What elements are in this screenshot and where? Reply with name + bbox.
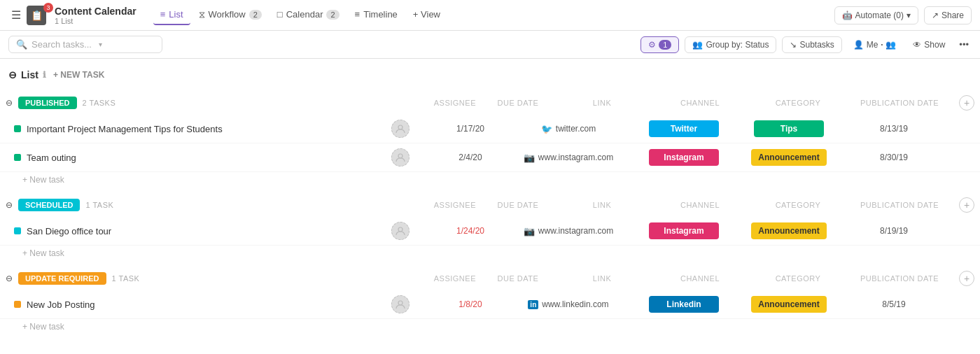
task-assignee-cell[interactable] <box>365 148 435 167</box>
me-icon: 👤 <box>853 40 864 50</box>
task-link-cell[interactable]: in www.linkedin.com <box>505 299 631 309</box>
filter-button[interactable]: ⚙ 1 <box>640 36 679 53</box>
task-status-dot <box>14 154 21 161</box>
col-category-scheduled: CATEGORY <box>756 201 840 209</box>
col-link-update-required: LINK <box>560 274 644 283</box>
col-duedate-scheduled: DUE DATE <box>490 201 546 209</box>
add-group-task-scheduled[interactable]: + <box>959 197 974 213</box>
assignee-avatar[interactable] <box>391 222 410 240</box>
task-pub-date: 8/19/19 <box>841 226 946 236</box>
new-task-link[interactable]: + New task <box>0 246 980 261</box>
group-badge-published[interactable]: PUBLISHED <box>18 97 77 109</box>
task-due-date: 1/17/20 <box>435 124 505 134</box>
calendar-icon: □ <box>277 9 283 20</box>
more-options-button[interactable]: ••• <box>956 36 972 52</box>
assignee-avatar[interactable] <box>391 148 410 167</box>
task-link-cell[interactable]: 🐦 twitter.com <box>505 124 631 134</box>
tab-calendar[interactable]: □ Calendar 2 <box>270 5 346 25</box>
group-toggle-published[interactable]: ⊖ <box>6 98 13 108</box>
svg-point-3 <box>398 301 402 305</box>
filter-count: 1 <box>659 40 671 50</box>
task-category-cell[interactable]: Announcement <box>736 222 841 239</box>
groups-container: ⊖ PUBLISHED 2 TASKS ASSIGNEE DUE DATE LI… <box>0 91 980 334</box>
task-row[interactable]: Team outing 2/4/20 📷 www.instagram.com I… <box>0 143 980 172</box>
new-task-button[interactable]: + NEW TASK <box>50 69 107 81</box>
search-box[interactable]: 🔍 Search tasks... ▾ <box>8 36 162 53</box>
task-channel-badge[interactable]: Linkedin <box>649 296 719 313</box>
instagram-icon: 📷 <box>524 226 535 236</box>
task-channel-badge[interactable]: Instagram <box>649 222 719 239</box>
groupby-icon: 👥 <box>692 40 703 50</box>
workflow-badge: 2 <box>249 10 262 20</box>
groupby-button[interactable]: 👥 Group by: Status <box>685 36 776 53</box>
task-category-cell[interactable]: Announcement <box>736 149 841 166</box>
me-button[interactable]: 👤 Me • 👥 <box>848 37 902 52</box>
col-assignee-scheduled: ASSIGNEE <box>434 201 476 209</box>
task-channel-cell[interactable]: Instagram <box>631 149 736 166</box>
col-duedate-update-required: DUE DATE <box>490 274 546 283</box>
task-category-badge[interactable]: Announcement <box>751 296 826 313</box>
group-update-required: ⊖ UPDATE REQUIRED 1 TASK ASSIGNEE DUE DA… <box>0 267 980 334</box>
automate-button[interactable]: 🤖 Automate (0) ▾ <box>834 6 918 24</box>
group-badge-scheduled[interactable]: SCHEDULED <box>18 199 80 211</box>
add-group-task-published[interactable]: + <box>959 95 974 111</box>
me-label: Me <box>867 40 878 50</box>
new-task-link[interactable]: + New task <box>0 172 980 187</box>
assignee-avatar[interactable] <box>391 120 410 138</box>
task-category-cell[interactable]: Announcement <box>736 296 841 313</box>
task-channel-badge[interactable]: Twitter <box>649 120 719 137</box>
automate-chevron: ▾ <box>906 10 911 20</box>
task-channel-badge[interactable]: Instagram <box>649 149 719 166</box>
list-toggle[interactable]: ⊖ <box>8 69 17 80</box>
share-button[interactable]: ↗ Share <box>924 6 972 24</box>
assignee-group-icon: 👥 <box>886 40 896 50</box>
task-link-cell[interactable]: 📷 www.instagram.com <box>505 226 631 236</box>
task-name: New Job Posting <box>27 299 95 310</box>
tab-timeline-label: Timeline <box>363 9 398 20</box>
group-header-published: ⊖ PUBLISHED 2 TASKS ASSIGNEE DUE DATE LI… <box>0 91 980 115</box>
search-chevron: ▾ <box>99 41 102 48</box>
task-category-badge[interactable]: Tips <box>754 120 824 137</box>
tab-list[interactable]: ≡ List <box>153 5 190 25</box>
task-channel-cell[interactable]: Instagram <box>631 222 736 239</box>
task-row[interactable]: San Diego office tour 1/24/20 📷 www.inst… <box>0 217 980 246</box>
task-name: Team outing <box>27 153 76 163</box>
tab-timeline[interactable]: ≡ Timeline <box>348 5 405 25</box>
share-icon: ↗ <box>932 10 939 20</box>
task-pub-date: 8/30/19 <box>841 153 946 162</box>
add-group-task-update-required[interactable]: + <box>959 271 974 286</box>
task-channel-cell[interactable]: Twitter <box>631 120 736 137</box>
col-channel-update-required: CHANNEL <box>658 274 742 283</box>
task-category-badge[interactable]: Announcement <box>751 149 826 166</box>
group-toggle-scheduled[interactable]: ⊖ <box>6 200 13 210</box>
group-scheduled: ⊖ SCHEDULED 1 TASK ASSIGNEE DUE DATE LIN… <box>0 193 980 261</box>
task-row[interactable]: Important Project Management Tips for St… <box>0 115 980 143</box>
twitter-icon: 🐦 <box>541 124 552 134</box>
new-task-link[interactable]: + New task <box>0 319 980 334</box>
task-assignee-cell[interactable] <box>365 222 435 240</box>
group-toggle-update-required[interactable]: ⊖ <box>6 274 13 283</box>
svg-point-1 <box>398 154 402 158</box>
hamburger-menu[interactable]: ☰ <box>8 6 24 24</box>
filter-icon: ⚙ <box>648 40 656 50</box>
task-name-cell: Important Project Management Tips for St… <box>14 124 365 134</box>
tab-view[interactable]: + View <box>406 5 447 25</box>
task-category-cell[interactable]: Tips <box>736 120 841 137</box>
task-assignee-cell[interactable] <box>365 120 435 138</box>
assignee-avatar[interactable] <box>391 295 410 313</box>
subtasks-button[interactable]: ↘ Subtasks <box>782 36 841 53</box>
task-category-badge[interactable]: Announcement <box>751 222 826 239</box>
list-section: ⊖ List ℹ + NEW TASK <box>0 59 980 85</box>
tab-workflow[interactable]: ⧖ Workflow 2 <box>192 5 269 26</box>
col-category-published: CATEGORY <box>756 99 840 107</box>
task-assignee-cell[interactable] <box>365 295 435 313</box>
col-pubdate-update-required: PUBLICATION DATE <box>854 274 945 283</box>
group-badge-update-required[interactable]: UPDATE REQUIRED <box>18 272 106 285</box>
info-icon[interactable]: ℹ <box>43 70 46 80</box>
search-placeholder: Search tasks... <box>31 39 92 50</box>
show-button[interactable]: 👁 Show <box>907 37 951 52</box>
svg-point-0 <box>398 125 402 129</box>
task-row[interactable]: New Job Posting 1/8/20 in www.linkedin.c… <box>0 290 980 319</box>
task-channel-cell[interactable]: Linkedin <box>631 296 736 313</box>
task-link-cell[interactable]: 📷 www.instagram.com <box>505 153 631 163</box>
